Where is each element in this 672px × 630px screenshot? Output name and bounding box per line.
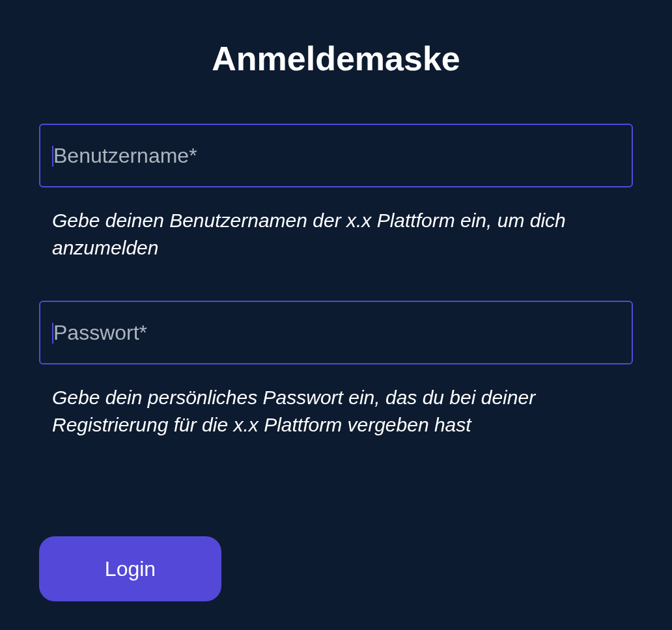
login-button[interactable]: Login: [39, 536, 221, 601]
password-input-wrapper: [39, 301, 633, 364]
page-title: Anmeldemaske: [39, 39, 633, 78]
password-help-text: Gebe dein persönliches Passwort ein, das…: [39, 384, 633, 439]
login-form-container: Anmeldemaske Gebe deinen Benutzernamen d…: [39, 39, 633, 601]
username-help-text: Gebe deinen Benutzernamen der x.x Plattf…: [39, 207, 633, 262]
password-input[interactable]: [39, 301, 633, 364]
username-input[interactable]: [39, 124, 633, 187]
password-group: Gebe dein persönliches Passwort ein, das…: [39, 301, 633, 439]
username-group: Gebe deinen Benutzernamen der x.x Plattf…: [39, 124, 633, 262]
username-input-wrapper: [39, 124, 633, 187]
